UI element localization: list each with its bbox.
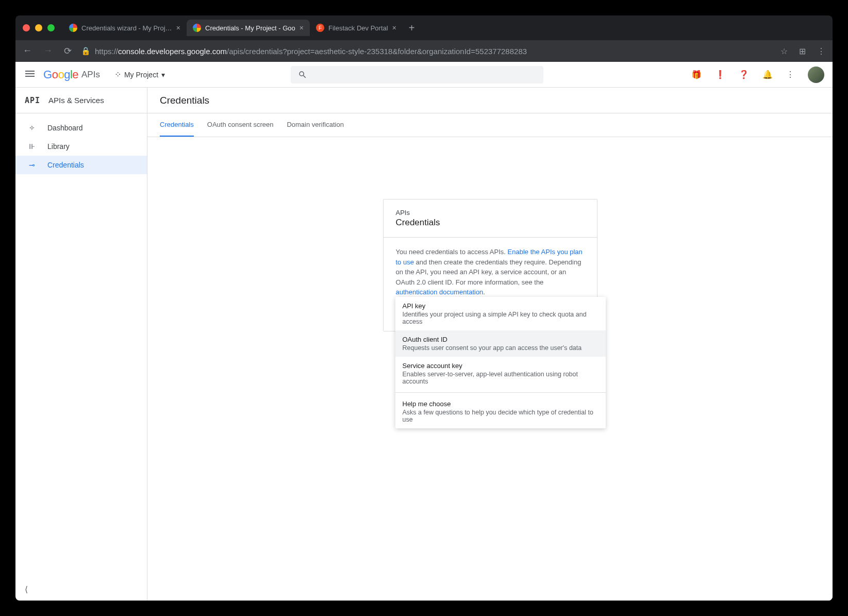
url-display[interactable]: 🔒 https://console.developers.google.com/… xyxy=(81,46,771,56)
google-favicon-icon xyxy=(69,24,77,32)
google-logo[interactable]: Google APIs xyxy=(43,68,100,81)
browser-tab[interactable]: Credentials wizard - My Projec × xyxy=(63,20,187,36)
card-supertitle: APIs xyxy=(396,209,585,217)
dropdown-item-api-key[interactable]: API key Identifies your project using a … xyxy=(395,297,606,330)
dropdown-item-oauth-client-id[interactable]: OAuth client ID Requests user consent so… xyxy=(395,330,606,357)
library-icon: ⊪ xyxy=(27,142,37,151)
lock-icon: 🔒 xyxy=(81,46,91,56)
dashboard-icon: ✧ xyxy=(27,124,37,132)
window-minimize[interactable] xyxy=(35,24,42,31)
browser-tabs: Credentials wizard - My Projec × Credent… xyxy=(63,20,421,36)
sidebar: API APIs & Services ✧ Dashboard ⊪ Librar… xyxy=(15,88,147,601)
url-domain: console.developers.google.com xyxy=(118,47,227,56)
sidebar-item-label: Dashboard xyxy=(47,124,83,132)
page-tabs: Credentials OAuth consent screen Domain … xyxy=(147,113,833,137)
sidebar-item-label: Library xyxy=(47,142,70,151)
project-picker[interactable]: ⁘ My Project ▾ xyxy=(114,70,165,79)
browser-titlebar: Credentials wizard - My Projec × Credent… xyxy=(15,15,833,40)
tab-oauth-consent[interactable]: OAuth consent screen xyxy=(207,113,274,137)
reload-icon[interactable]: ⟳ xyxy=(64,45,72,57)
sidebar-item-library[interactable]: ⊪ Library xyxy=(15,137,147,156)
main-content: Credentials Credentials OAuth consent sc… xyxy=(147,88,833,601)
new-tab-button[interactable]: + xyxy=(403,22,421,34)
sidebar-collapse-icon[interactable]: ⟨ xyxy=(15,578,147,601)
browser-menu-icon[interactable]: ⋮ xyxy=(817,46,825,56)
sidebar-section-title: APIs & Services xyxy=(48,96,104,105)
tab-close-icon[interactable]: × xyxy=(392,24,396,32)
console-header: Google APIs ⁘ My Project ▾ 🎁 ❗ ❓ 🔔 ⋮ xyxy=(15,62,833,88)
tab-title: Filestack Dev Portal xyxy=(328,24,388,32)
url-path: /apis/credentials?project=aesthetic-styl… xyxy=(227,47,527,56)
dropdown-item-title: Help me choose xyxy=(403,400,598,408)
window-maximize[interactable] xyxy=(47,24,55,31)
dropdown-item-help-me-choose[interactable]: Help me choose Asks a few questions to h… xyxy=(395,395,606,428)
sidebar-item-dashboard[interactable]: ✧ Dashboard xyxy=(15,119,147,137)
browser-tab[interactable]: Credentials - My Project - Goo × xyxy=(187,20,310,36)
window-controls xyxy=(23,24,55,31)
project-icon: ⁘ xyxy=(114,70,121,79)
tab-credentials[interactable]: Credentials xyxy=(160,113,194,137)
card-title: Credentials xyxy=(396,218,585,228)
page-title: Credentials xyxy=(160,95,209,106)
dropdown-item-service-account-key[interactable]: Service account key Enables server-to-se… xyxy=(395,357,606,390)
star-icon[interactable]: ☆ xyxy=(780,46,788,56)
search-input[interactable] xyxy=(291,66,543,84)
url-scheme: https:// xyxy=(95,47,118,56)
tab-close-icon[interactable]: × xyxy=(300,24,304,32)
key-icon: ⊸ xyxy=(27,161,37,169)
alert-icon[interactable]: ❗ xyxy=(715,70,725,79)
sidebar-item-credentials[interactable]: ⊸ Credentials xyxy=(15,156,147,174)
more-icon[interactable]: ⋮ xyxy=(786,70,794,79)
dropdown-separator xyxy=(395,392,606,393)
browser-tab[interactable]: F Filestack Dev Portal × xyxy=(310,20,403,36)
auth-docs-link[interactable]: authentication documentation xyxy=(396,288,484,296)
tab-close-icon[interactable]: × xyxy=(176,24,180,32)
tab-domain-verification[interactable]: Domain verification xyxy=(287,113,344,137)
dropdown-item-title: Service account key xyxy=(403,362,598,370)
card-description: You need credentials to access APIs. Ena… xyxy=(396,247,585,297)
dropdown-item-desc: Requests user consent so your app can ac… xyxy=(403,344,598,352)
dropdown-item-desc: Asks a few questions to help you decide … xyxy=(403,409,598,423)
dropdown-item-title: OAuth client ID xyxy=(403,336,598,343)
menu-icon[interactable] xyxy=(24,68,36,82)
tab-title: Credentials wizard - My Projec xyxy=(81,24,172,32)
create-credentials-dropdown: API key Identifies your project using a … xyxy=(395,297,606,428)
apis-label: APIs xyxy=(81,70,100,80)
sidebar-header[interactable]: API APIs & Services xyxy=(15,88,147,113)
help-icon[interactable]: ❓ xyxy=(739,70,749,79)
browser-address-bar: ← → ⟳ 🔒 https://console.developers.googl… xyxy=(15,40,833,62)
search-icon xyxy=(298,70,307,79)
extensions-icon[interactable]: ⊞ xyxy=(799,46,806,56)
tab-title: Credentials - My Project - Goo xyxy=(205,24,295,32)
gift-icon[interactable]: 🎁 xyxy=(691,70,702,79)
filestack-favicon-icon: F xyxy=(316,24,324,32)
dropdown-item-desc: Enables server-to-server, app-level auth… xyxy=(403,371,598,385)
forward-icon[interactable]: → xyxy=(43,45,53,57)
notifications-icon[interactable]: 🔔 xyxy=(762,70,773,79)
dropdown-item-desc: Identifies your project using a simple A… xyxy=(403,311,598,325)
google-favicon-icon xyxy=(193,24,201,32)
user-avatar[interactable] xyxy=(808,66,824,83)
api-icon: API xyxy=(25,96,40,105)
window-close[interactable] xyxy=(23,24,30,31)
project-name: My Project xyxy=(124,71,158,79)
sidebar-item-label: Credentials xyxy=(47,161,84,169)
dropdown-item-title: API key xyxy=(403,302,598,310)
back-icon[interactable]: ← xyxy=(23,45,32,57)
dropdown-caret-icon: ▾ xyxy=(161,71,165,79)
